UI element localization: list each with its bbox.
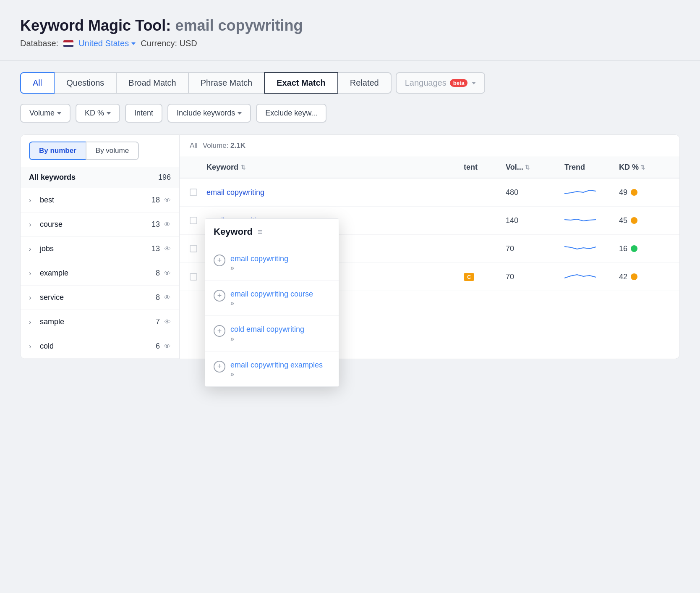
dropdown-kw-arrow: » bbox=[230, 299, 234, 307]
td-trend bbox=[564, 270, 619, 284]
sidebar-item[interactable]: › example 8 👁 bbox=[21, 261, 179, 286]
dropdown-kw-arrow: » bbox=[230, 264, 234, 271]
th-trend: Trend bbox=[564, 163, 619, 172]
eye-icon[interactable]: 👁 bbox=[164, 197, 171, 204]
th-kd[interactable]: KD % ⇅ bbox=[619, 163, 669, 172]
database-link[interactable]: United States bbox=[78, 39, 136, 48]
dropdown-kw-text: email copywriting course » bbox=[230, 289, 330, 307]
chevron-right-icon: › bbox=[29, 294, 36, 302]
td-keyword[interactable]: email copywriting bbox=[206, 188, 464, 197]
td-volume: 70 bbox=[506, 273, 564, 281]
sidebar-item[interactable]: › best 18 👁 bbox=[21, 188, 179, 213]
table-volume-label: Volume: 2.1K bbox=[203, 142, 246, 150]
page-title: Keyword Magic Tool: email copywriting bbox=[20, 17, 680, 34]
tab-all[interactable]: All bbox=[20, 72, 55, 94]
filter-exclude-keywords[interactable]: Exclude keyw... bbox=[256, 104, 326, 123]
tab-phrase-match[interactable]: Phrase Match bbox=[188, 72, 265, 94]
add-keyword-icon[interactable]: + bbox=[214, 255, 225, 266]
sidebar-item-count: 18 bbox=[151, 196, 160, 205]
sidebar-item[interactable]: › course 13 👁 bbox=[21, 213, 179, 237]
th-volume[interactable]: Vol... ⇅ bbox=[506, 163, 564, 172]
eye-icon[interactable]: 👁 bbox=[164, 221, 171, 228]
table-info-all: All bbox=[190, 142, 198, 150]
filter-row: Volume KD % Intent Include keywords Excl… bbox=[20, 104, 680, 123]
row-checkbox[interactable] bbox=[190, 245, 197, 252]
th-keyword[interactable]: Keyword ⇅ bbox=[206, 163, 464, 172]
td-checkbox[interactable] bbox=[190, 245, 206, 252]
dropdown-kw-link[interactable]: cold email copywriting bbox=[230, 324, 330, 335]
kd-dot-yellow bbox=[631, 217, 637, 224]
sidebar-item[interactable]: › jobs 13 👁 bbox=[21, 237, 179, 261]
main-content: By number By volume All keywords 196 › b… bbox=[20, 134, 680, 359]
dropdown-kw-arrow: » bbox=[230, 370, 234, 378]
filter-intent[interactable]: Intent bbox=[125, 104, 162, 123]
td-volume: 480 bbox=[506, 188, 564, 197]
add-keyword-icon[interactable]: + bbox=[214, 361, 225, 373]
tab-broad-match[interactable]: Broad Match bbox=[116, 72, 188, 94]
tab-row: All Questions Broad Match Phrase Match E… bbox=[20, 72, 680, 94]
page-wrapper: Keyword Magic Tool: email copywriting Da… bbox=[0, 0, 700, 593]
beta-badge: beta bbox=[450, 79, 468, 87]
tab-exact-match[interactable]: Exact Match bbox=[264, 72, 338, 94]
chevron-down-icon bbox=[238, 112, 242, 115]
chevron-down-icon bbox=[107, 112, 111, 115]
dropdown-item[interactable]: + email copywriting examples » bbox=[205, 352, 339, 386]
chevron-down-icon bbox=[57, 112, 61, 115]
chevron-right-icon: › bbox=[29, 318, 36, 326]
filter-volume[interactable]: Volume bbox=[20, 104, 71, 123]
eye-icon[interactable]: 👁 bbox=[164, 245, 171, 253]
flag-icon bbox=[63, 40, 73, 47]
page-header: Keyword Magic Tool: email copywriting Da… bbox=[20, 17, 680, 48]
dropdown-kw-link[interactable]: email copywriting bbox=[230, 254, 330, 264]
row-checkbox[interactable] bbox=[190, 189, 197, 196]
sidebar-item[interactable]: › sample 7 👁 bbox=[21, 310, 179, 334]
sidebar-item-label: cold bbox=[40, 342, 151, 351]
all-keywords-label: All keywords bbox=[29, 173, 76, 182]
td-checkbox[interactable] bbox=[190, 189, 206, 196]
sort-row: By number By volume bbox=[21, 135, 179, 167]
tab-questions[interactable]: Questions bbox=[54, 72, 117, 94]
table-row: email copywriting 480 49 bbox=[180, 178, 679, 207]
sort-by-volume-button[interactable]: By volume bbox=[86, 142, 139, 160]
dropdown-kw-link[interactable]: email copywriting examples bbox=[230, 360, 330, 370]
dropdown-kw-link[interactable]: email copywriting course bbox=[230, 289, 330, 299]
sort-icon: ⇅ bbox=[525, 164, 530, 171]
td-checkbox[interactable] bbox=[190, 217, 206, 224]
page-subtitle: Database: United States Currency: USD bbox=[20, 39, 680, 48]
sidebar-item-count: 8 bbox=[156, 269, 160, 278]
sort-by-number-button[interactable]: By number bbox=[29, 142, 86, 160]
sidebar-item-label: best bbox=[40, 196, 147, 205]
sidebar-item[interactable]: › service 8 👁 bbox=[21, 286, 179, 310]
dropdown-header: Keyword ≡ bbox=[205, 219, 339, 245]
dropdown-item[interactable]: + email copywriting course » bbox=[205, 281, 339, 316]
filter-kd[interactable]: KD % bbox=[76, 104, 120, 123]
eye-icon[interactable]: 👁 bbox=[164, 343, 171, 350]
header-divider bbox=[0, 60, 700, 60]
eye-icon[interactable]: 👁 bbox=[164, 318, 171, 326]
chevron-right-icon: › bbox=[29, 245, 36, 253]
sidebar-item[interactable]: › cold 6 👁 bbox=[21, 334, 179, 359]
sidebar: By number By volume All keywords 196 › b… bbox=[20, 134, 180, 359]
chevron-right-icon: › bbox=[29, 343, 36, 350]
row-checkbox[interactable] bbox=[190, 273, 197, 281]
sidebar-item-label: example bbox=[40, 269, 151, 278]
eye-icon[interactable]: 👁 bbox=[164, 294, 171, 302]
add-keyword-icon[interactable]: + bbox=[214, 325, 225, 337]
td-checkbox[interactable] bbox=[190, 273, 206, 281]
row-checkbox[interactable] bbox=[190, 217, 197, 224]
kd-dot-yellow bbox=[631, 189, 637, 196]
sidebar-item-label: sample bbox=[40, 317, 151, 326]
td-kd: 16 bbox=[619, 244, 669, 253]
th-intent: tent bbox=[464, 163, 506, 172]
keyword-dropdown: Keyword ≡ + email copywriting » + email … bbox=[205, 218, 339, 387]
add-keyword-icon[interactable]: + bbox=[214, 290, 225, 302]
sidebar-all-keywords-row[interactable]: All keywords 196 bbox=[21, 167, 179, 188]
tab-languages[interactable]: Languages beta bbox=[396, 72, 486, 94]
sidebar-item-count: 13 bbox=[151, 244, 160, 253]
eye-icon[interactable]: 👁 bbox=[164, 270, 171, 277]
filter-include-keywords[interactable]: Include keywords bbox=[167, 104, 251, 123]
td-trend bbox=[564, 185, 619, 199]
dropdown-item[interactable]: + email copywriting » bbox=[205, 245, 339, 281]
tab-related[interactable]: Related bbox=[337, 72, 392, 94]
dropdown-item[interactable]: + cold email copywriting » bbox=[205, 316, 339, 351]
